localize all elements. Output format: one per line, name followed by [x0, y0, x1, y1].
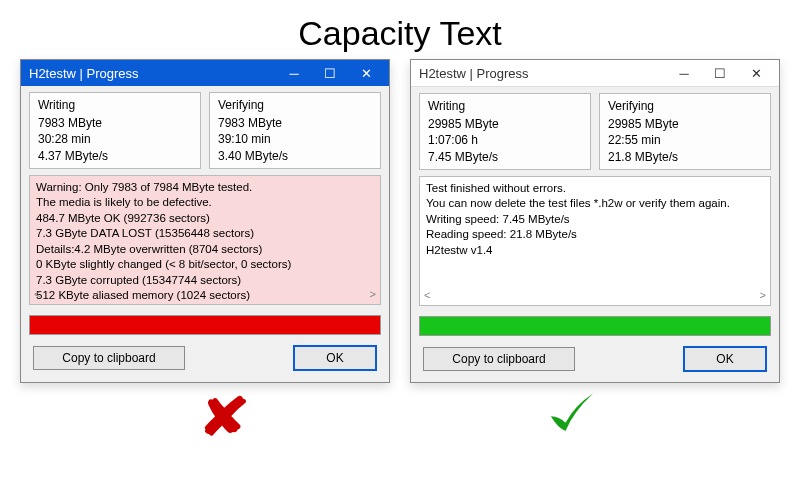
writing-stats: Writing 29985 MByte 1:07:06 h 7.45 MByte…	[419, 93, 591, 170]
log-text: Test finished without errors. You can no…	[426, 181, 764, 259]
writing-stats: Writing 7983 MByte 30:28 min 4.37 MByte/…	[29, 92, 201, 169]
verifying-rate: 21.8 MByte/s	[608, 149, 762, 165]
log-output[interactable]: Test finished without errors. You can no…	[419, 176, 771, 306]
h2testw-window-pass: H2testw | Progress ─ ☐ ✕ Writing 29985 M…	[410, 59, 780, 383]
verifying-time: 39:10 min	[218, 131, 372, 147]
maximize-button[interactable]: ☐	[313, 62, 347, 84]
minimize-button[interactable]: ─	[277, 62, 311, 84]
result-marks-row: ✘	[0, 387, 800, 451]
scroll-right-icon[interactable]: >	[760, 288, 766, 303]
progress-fill	[420, 317, 770, 335]
scroll-arrows[interactable]: <>	[424, 288, 766, 303]
verifying-label: Verifying	[608, 98, 762, 114]
verifying-stats: Verifying 29985 MByte 22:55 min 21.8 MBy…	[599, 93, 771, 170]
writing-size: 29985 MByte	[428, 116, 582, 132]
stats-row: Writing 29985 MByte 1:07:06 h 7.45 MByte…	[419, 93, 771, 170]
progress-fill	[30, 316, 380, 334]
window-title: H2testw | Progress	[29, 66, 277, 81]
stats-row: Writing 7983 MByte 30:28 min 4.37 MByte/…	[29, 92, 381, 169]
minimize-button[interactable]: ─	[667, 62, 701, 84]
verifying-size: 7983 MByte	[218, 115, 372, 131]
writing-rate: 4.37 MByte/s	[38, 148, 192, 164]
log-text: Warning: Only 7983 of 7984 MByte tested.…	[36, 180, 374, 304]
scroll-arrows[interactable]: <>	[34, 287, 376, 302]
page-title: Capacity Text	[0, 14, 800, 53]
copy-to-clipboard-button[interactable]: Copy to clipboard	[33, 346, 185, 370]
close-button[interactable]: ✕	[349, 62, 383, 84]
writing-rate: 7.45 MByte/s	[428, 149, 582, 165]
x-mark-icon: ✘	[198, 387, 251, 451]
progress-bar	[29, 315, 381, 335]
writing-time: 1:07:06 h	[428, 132, 582, 148]
ok-button[interactable]: OK	[683, 346, 767, 372]
titlebar[interactable]: H2testw | Progress ─ ☐ ✕	[411, 60, 779, 87]
ok-button[interactable]: OK	[293, 345, 377, 371]
scroll-right-icon[interactable]: >	[370, 287, 376, 302]
writing-time: 30:28 min	[38, 131, 192, 147]
windows-row: H2testw | Progress ─ ☐ ✕ Writing 7983 MB…	[0, 59, 800, 383]
scroll-left-icon[interactable]: <	[424, 288, 430, 303]
verifying-size: 29985 MByte	[608, 116, 762, 132]
verifying-time: 22:55 min	[608, 132, 762, 148]
writing-size: 7983 MByte	[38, 115, 192, 131]
verifying-stats: Verifying 7983 MByte 39:10 min 3.40 MByt…	[209, 92, 381, 169]
verifying-rate: 3.40 MByte/s	[218, 148, 372, 164]
copy-to-clipboard-button[interactable]: Copy to clipboard	[423, 347, 575, 371]
titlebar[interactable]: H2testw | Progress ─ ☐ ✕	[21, 60, 389, 86]
close-button[interactable]: ✕	[739, 62, 773, 84]
scroll-left-icon[interactable]: <	[34, 287, 40, 302]
progress-bar	[419, 316, 771, 336]
maximize-button[interactable]: ☐	[703, 62, 737, 84]
writing-label: Writing	[38, 97, 192, 113]
check-mark-icon	[546, 387, 598, 451]
writing-label: Writing	[428, 98, 582, 114]
h2testw-window-fail: H2testw | Progress ─ ☐ ✕ Writing 7983 MB…	[20, 59, 390, 383]
log-output[interactable]: Warning: Only 7983 of 7984 MByte tested.…	[29, 175, 381, 305]
verifying-label: Verifying	[218, 97, 372, 113]
window-title: H2testw | Progress	[419, 66, 667, 81]
